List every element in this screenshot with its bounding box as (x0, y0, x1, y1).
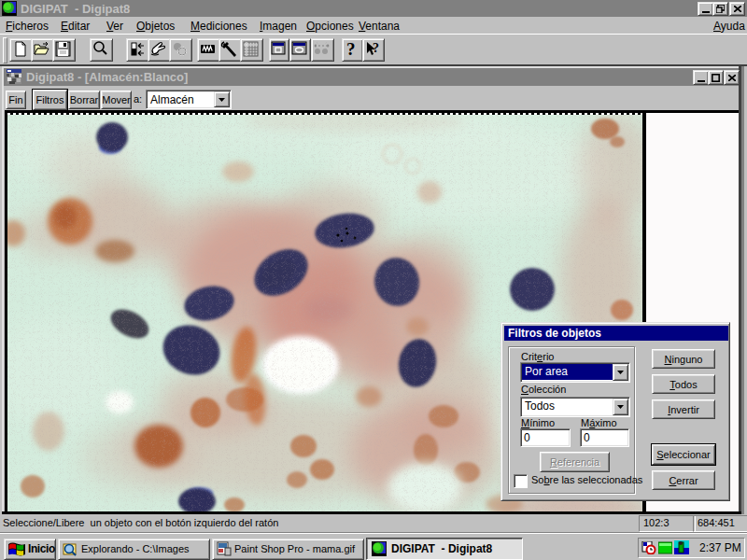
svg-text:?: ? (373, 41, 379, 55)
svg-text:?: ? (346, 39, 356, 59)
